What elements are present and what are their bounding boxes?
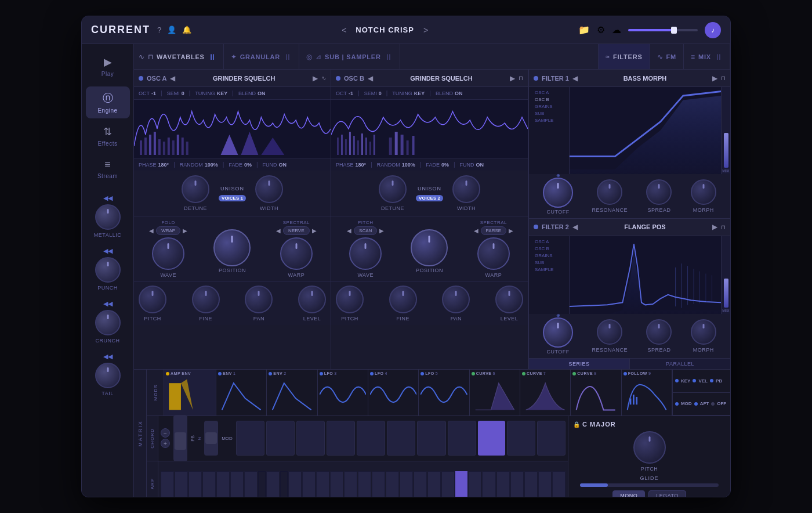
punch-arrows[interactable]: ◀◀ bbox=[103, 247, 113, 255]
scan-left-arrow[interactable]: ◀ bbox=[347, 227, 351, 234]
chord-slot-7[interactable] bbox=[417, 421, 445, 456]
filter1-morph-knob[interactable] bbox=[691, 179, 716, 205]
wavetables-pause[interactable]: ⏸ bbox=[208, 52, 216, 62]
filter2-spread-knob[interactable] bbox=[646, 319, 672, 345]
osc-b-fine-knob[interactable] bbox=[389, 286, 417, 313]
key-28[interactable] bbox=[552, 471, 566, 497]
chord-slot-10[interactable] bbox=[507, 421, 535, 456]
mix-pause[interactable]: ⏸ bbox=[715, 52, 723, 62]
key-20[interactable] bbox=[441, 471, 455, 497]
chord-slot-4[interactable] bbox=[327, 421, 355, 456]
chord-slot-11[interactable] bbox=[537, 421, 566, 456]
metallic-knob[interactable] bbox=[95, 204, 121, 230]
key-9[interactable] bbox=[288, 471, 302, 497]
filter1-cutoff-knob[interactable] bbox=[543, 178, 573, 208]
mod-env-2[interactable]: ENV 2 bbox=[267, 370, 317, 416]
key-25[interactable] bbox=[510, 471, 524, 497]
chord-slot-1[interactable] bbox=[236, 421, 264, 456]
sidebar-item-stream[interactable]: ≡ Stream bbox=[86, 154, 130, 184]
osc-a-prev[interactable]: ◀ bbox=[170, 74, 175, 82]
filter1-resonance-knob[interactable] bbox=[597, 179, 622, 205]
power-button[interactable]: ♪ bbox=[705, 22, 721, 38]
osc-a-fold-btn[interactable]: WRAP bbox=[156, 226, 180, 235]
filter1-spread-knob[interactable] bbox=[646, 179, 672, 205]
key-active[interactable] bbox=[455, 471, 467, 497]
next-patch-button[interactable]: > bbox=[423, 26, 428, 35]
mod-curve-8[interactable]: CURVE 8 bbox=[571, 370, 621, 416]
settings-icon[interactable]: ⚙ bbox=[597, 24, 605, 35]
mod-env-1[interactable]: ENV 1 bbox=[216, 370, 267, 416]
sidebar-item-effects[interactable]: ⇅ Effects bbox=[86, 121, 130, 151]
key-15[interactable] bbox=[372, 471, 385, 497]
mod-amp-env[interactable]: AMP ENV bbox=[164, 370, 216, 416]
black-key-1[interactable] bbox=[258, 471, 266, 497]
key-18[interactable] bbox=[414, 471, 427, 497]
filter2-resonance-knob[interactable] bbox=[597, 319, 622, 345]
osc-a-detune-knob[interactable] bbox=[182, 175, 209, 203]
key-17[interactable] bbox=[400, 471, 413, 497]
mod-lfo-5[interactable]: LFO 5 bbox=[419, 370, 469, 416]
legato-button[interactable]: LEGATO bbox=[648, 490, 686, 497]
chord-slot-6[interactable] bbox=[387, 421, 415, 456]
osc-b-spectral-btn[interactable]: PARSE bbox=[481, 226, 507, 235]
mod-lfo-4[interactable]: LFO 4 bbox=[368, 370, 419, 416]
key-22[interactable] bbox=[468, 471, 481, 497]
key-7[interactable] bbox=[244, 471, 258, 497]
mod-follow-9[interactable]: FOLLOW 9 bbox=[622, 370, 672, 416]
osc-a-width-knob[interactable] bbox=[255, 175, 283, 203]
tab-filters[interactable]: ≈ FILTERS bbox=[598, 44, 650, 69]
key-4[interactable] bbox=[202, 471, 216, 497]
tab-wavetables[interactable]: ∿ ⊓ WAVETABLES ⏸ bbox=[134, 44, 224, 69]
key-13[interactable] bbox=[344, 471, 357, 497]
tab-fm[interactable]: ∿ FM bbox=[650, 44, 684, 69]
parallel-button[interactable]: PARALLEL bbox=[630, 359, 730, 369]
crunch-arrows[interactable]: ◀◀ bbox=[103, 300, 113, 308]
parse-left-arrow[interactable]: ◀ bbox=[474, 227, 478, 234]
key-26[interactable] bbox=[524, 471, 538, 497]
filter2-next[interactable]: ▶ bbox=[712, 223, 717, 231]
bell-icon[interactable]: 🔔 bbox=[182, 26, 191, 34]
osc-b-scan-btn[interactable]: SCAN bbox=[354, 226, 377, 235]
key-14[interactable] bbox=[358, 471, 371, 497]
help-icon[interactable]: ? bbox=[157, 26, 161, 34]
sidebar-item-play[interactable]: ▶ Play bbox=[86, 51, 130, 82]
volume-slider[interactable] bbox=[628, 29, 698, 31]
glide-bar[interactable] bbox=[580, 483, 719, 487]
tab-granular[interactable]: ✦ GRANULAR ⏸ bbox=[224, 44, 299, 69]
filter1-prev[interactable]: ◀ bbox=[572, 74, 578, 82]
osc-a-position-knob[interactable] bbox=[213, 229, 251, 266]
prev-patch-button[interactable]: < bbox=[342, 26, 346, 35]
granular-pause[interactable]: ⏸ bbox=[284, 52, 292, 62]
osc-b-pitch-main-knob[interactable] bbox=[336, 286, 364, 313]
cloud-icon[interactable]: ☁ bbox=[612, 24, 621, 35]
tail-knob[interactable] bbox=[95, 363, 121, 388]
chord-pb-slider[interactable] bbox=[173, 415, 187, 461]
osc-b-warp-knob[interactable] bbox=[477, 237, 510, 270]
tail-arrows[interactable]: ◀◀ bbox=[103, 353, 113, 360]
chord-slot-active[interactable] bbox=[478, 421, 505, 456]
save-icon[interactable]: 📁 bbox=[578, 24, 590, 35]
osc-a-pitch-knob[interactable] bbox=[139, 286, 166, 313]
tab-mix[interactable]: ≡ MIX ⏸ bbox=[684, 44, 730, 69]
chord-plus-btn[interactable]: + bbox=[161, 439, 170, 448]
key-5[interactable] bbox=[216, 471, 230, 497]
osc-a-fine-knob[interactable] bbox=[192, 286, 220, 313]
chord-slot-5[interactable] bbox=[357, 421, 385, 456]
key-8[interactable] bbox=[266, 471, 280, 497]
filter2-morph-knob[interactable] bbox=[691, 319, 716, 345]
sidebar-item-engine[interactable]: ⓝ Engine bbox=[86, 86, 130, 118]
user-icon[interactable]: 👤 bbox=[167, 26, 176, 34]
fold-left-arrow[interactable]: ◀ bbox=[149, 227, 154, 234]
spectral-right-arrow[interactable]: ▶ bbox=[312, 227, 317, 234]
osc-b-wave-knob[interactable] bbox=[349, 237, 382, 270]
chord-mod-slider[interactable] bbox=[204, 421, 218, 456]
punch-knob[interactable] bbox=[95, 257, 121, 283]
key-19[interactable] bbox=[427, 471, 441, 497]
fold-right-arrow[interactable]: ▶ bbox=[183, 227, 187, 234]
osc-a-spectral-btn[interactable]: NERVE bbox=[283, 226, 309, 235]
parse-right-arrow[interactable]: ▶ bbox=[509, 227, 513, 234]
sub-pause[interactable]: ⏸ bbox=[385, 52, 393, 62]
osc-b-width-knob[interactable] bbox=[452, 175, 480, 203]
filter2-cutoff-knob[interactable] bbox=[543, 317, 573, 348]
key-2[interactable] bbox=[175, 471, 188, 497]
